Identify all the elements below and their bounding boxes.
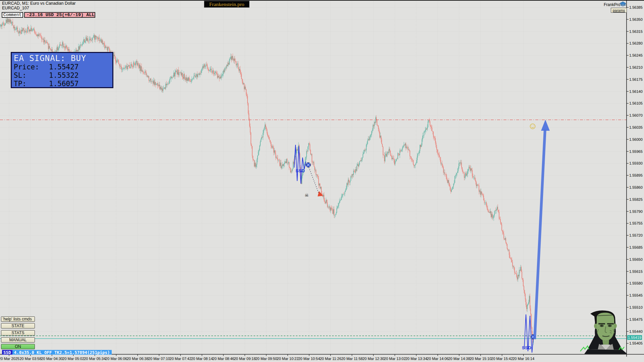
ea-signal-tp-row: TP: 1.56057 bbox=[14, 80, 110, 88]
price-axis-label: 1.55475 bbox=[629, 317, 643, 321]
params-button[interactable]: params bbox=[611, 8, 627, 13]
price-axis-label: 1.55790 bbox=[629, 209, 643, 214]
skull-icon: ☠ bbox=[305, 192, 309, 198]
on-toggle-button[interactable]: ON bbox=[1, 344, 35, 349]
time-axis-label: 20 Mar 08:14 bbox=[191, 357, 213, 361]
frankenstein-pro-badge: Frankenstein.pro bbox=[204, 1, 250, 8]
price-axis-label: 1.55755 bbox=[629, 221, 643, 225]
ea-tp-label: TP: bbox=[14, 80, 49, 88]
price-axis-label: 1.56000 bbox=[629, 137, 643, 141]
price-axis-label: 1.56035 bbox=[629, 125, 643, 129]
pnl-status-label: -23.16 USD 25(+6/-19) ALL bbox=[24, 12, 95, 18]
time-axis-label: 20 Mar 14:38 bbox=[448, 357, 470, 361]
ea-sl-label: SL: bbox=[14, 71, 49, 80]
frankenstein-portrait bbox=[578, 309, 627, 354]
time-axis-label: 20 Mar 13:34 bbox=[406, 357, 427, 361]
ea-price-label: Price: bbox=[14, 63, 49, 71]
price-axis-label: 1.56385 bbox=[629, 5, 643, 9]
ssd-settings-text: 4.0x35.0 KL_OFF TK2.5=1.57894(251pips) bbox=[12, 350, 112, 355]
smiley-icon bbox=[530, 124, 535, 129]
time-axis-label: 20 Mar 12:30 bbox=[363, 357, 384, 361]
time-axis-label: 20 Mar 11:26 bbox=[320, 357, 341, 361]
manual-button[interactable]: MANUAL bbox=[1, 337, 35, 343]
price-axis-label: 1.55685 bbox=[629, 245, 643, 249]
time-axis-label: 20 Mar 03:58 bbox=[19, 357, 41, 361]
price-axis-label: 1.55580 bbox=[629, 281, 643, 285]
price-axis-label: 1.56245 bbox=[629, 53, 643, 57]
ssd-signal-label-mid: SSD bbox=[296, 168, 305, 173]
time-axis-label: 20 Mar 10:54 bbox=[298, 357, 320, 361]
price-axis-label: 1.55615 bbox=[629, 269, 643, 274]
top-border bbox=[0, 0, 644, 1]
graduation-cap-icon bbox=[620, 1, 626, 7]
price-axis-label: 1.55405 bbox=[629, 341, 643, 345]
time-axis-label: 20 Mar 09:18 bbox=[234, 357, 256, 361]
ea-signal-headline: EA SIGNAL: BUY bbox=[14, 54, 110, 63]
price-axis-label: 1.55440 bbox=[629, 329, 643, 334]
time-axis-label: 20 Mar 08:46 bbox=[213, 357, 234, 361]
ea-sl-value: 1.55322 bbox=[49, 71, 79, 80]
help-button[interactable]: 'help' lists cmds bbox=[1, 316, 35, 322]
ssd-signal-label-bottom: SSD bbox=[522, 345, 531, 350]
sell-arrow-icon bbox=[318, 191, 323, 196]
state-button[interactable]: STATE bbox=[1, 323, 35, 328]
time-axis-label: 20 Mar 06:38 bbox=[127, 357, 149, 361]
ea-signal-sl-row: SL: 1.55322 bbox=[14, 71, 110, 80]
comment-button[interactable]: Comment bbox=[2, 12, 23, 18]
time-axis-label: 20 Mar 04:30 bbox=[41, 357, 63, 361]
price-axis-label: 1.55650 bbox=[629, 257, 643, 261]
chart-title: EURCAD, M1: Euro vs Canadian Dollar bbox=[2, 1, 76, 6]
price-axis-label: 1.56210 bbox=[629, 65, 643, 69]
price-axis-label: 1.55720 bbox=[629, 233, 643, 237]
price-axis-label: 1.56175 bbox=[629, 77, 643, 81]
account-name-label: FrankPro bbox=[604, 2, 620, 7]
price-axis-label: 1.56070 bbox=[629, 113, 643, 117]
time-axis-label: 20 Mar 07:10 bbox=[148, 357, 170, 361]
chart-subtitle: EURCAD_107 bbox=[2, 6, 29, 10]
ea-tp-value: 1.56057 bbox=[49, 80, 79, 88]
price-axis-label: 1.55860 bbox=[629, 185, 643, 189]
time-axis-label: 20 Mar 09:50 bbox=[255, 357, 277, 361]
price-axis-label: 1.55545 bbox=[629, 293, 643, 297]
price-axis-label: 1.56105 bbox=[629, 101, 643, 105]
time-axis-label: 20 Mar 13:02 bbox=[384, 357, 406, 361]
price-axis-label: 1.55510 bbox=[629, 305, 643, 309]
ea-price-value: 1.55427 bbox=[49, 63, 79, 71]
price-axis-label: 1.56350 bbox=[629, 17, 643, 21]
ssd-status-bar: SSD 4.0x35.0 KL_OFF TK2.5=1.57894(251pip… bbox=[2, 350, 112, 355]
price-axis-label: 1.55895 bbox=[629, 173, 643, 177]
time-axis-label: 20 Mar 2025 bbox=[0, 357, 19, 361]
current-price-tag: 1.55419 bbox=[627, 335, 642, 340]
price-axis-label: 1.56140 bbox=[629, 89, 643, 94]
price-axis-label: 1.56280 bbox=[629, 41, 643, 45]
time-axis-label: 20 Mar 07:42 bbox=[170, 357, 192, 361]
time-axis-label: 20 Mar 05:02 bbox=[62, 357, 84, 361]
time-axis-label: 20 Mar 05:34 bbox=[84, 357, 106, 361]
time-axis-label: 20 Mar 10:22 bbox=[277, 357, 299, 361]
time-axis-label: 20 Mar 14:06 bbox=[427, 357, 449, 361]
ea-signal-price-row: Price: 1.55427 bbox=[14, 63, 110, 71]
price-axis-label: 1.55965 bbox=[629, 149, 643, 154]
stats-button[interactable]: STATS bbox=[1, 330, 35, 336]
price-axis-label: 1.55930 bbox=[629, 161, 643, 165]
mt4-chart-window: EURCAD, M1: Euro vs Canadian Dollar EURC… bbox=[0, 0, 644, 362]
time-axis-label: 20 Mar 16:14 bbox=[513, 357, 534, 361]
ssd-chip: SSD bbox=[2, 350, 12, 355]
time-axis-label: 20 Mar 15:42 bbox=[491, 357, 513, 361]
time-axis-label: 20 Mar 11:58 bbox=[341, 357, 363, 361]
price-axis-label: 1.55825 bbox=[629, 197, 643, 201]
price-axis-label: 1.56315 bbox=[629, 29, 643, 34]
buy-projection-arrow bbox=[535, 120, 550, 339]
time-axis-label: 20 Mar 06:06 bbox=[105, 357, 127, 361]
ea-signal-box: EA SIGNAL: BUY Price: 1.55427 SL: 1.5532… bbox=[11, 52, 113, 88]
time-axis-label: 20 Mar 15:10 bbox=[470, 357, 491, 361]
